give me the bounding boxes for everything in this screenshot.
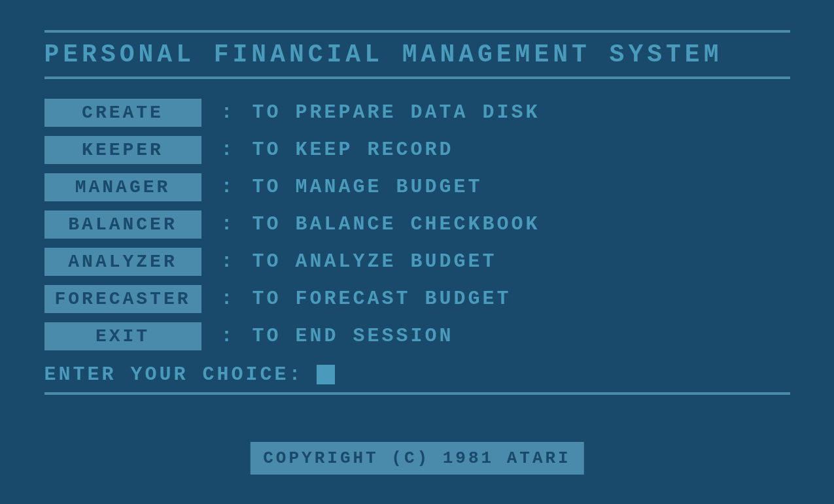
- page-title: PERSONAL FINANCIAL MANAGEMENT SYSTEM: [44, 41, 723, 69]
- colon-analyzer: :: [221, 250, 233, 273]
- manager-button[interactable]: MANAGER: [44, 173, 201, 201]
- menu-row-create: CREATE : TO PREPARE DATA DISK: [44, 99, 790, 127]
- input-row: ENTER YOUR CHOICE:: [44, 363, 790, 386]
- exit-button[interactable]: EXIT: [44, 322, 201, 350]
- colon-create: :: [221, 101, 233, 124]
- forecaster-button[interactable]: FORECASTER: [44, 285, 201, 313]
- menu-row-balancer: BALANCER : TO BALANCE CHECKBOOK: [44, 210, 790, 239]
- menu-row-keeper: KEEPER : TO KEEP RECORD: [44, 136, 790, 164]
- colon-forecaster: :: [221, 288, 233, 310]
- bottom-divider: [44, 392, 790, 395]
- forecaster-description: TO FORECAST BUDGET: [252, 288, 512, 310]
- analyzer-button[interactable]: ANALYZER: [44, 248, 201, 276]
- copyright-bar: COPYRIGHT (C) 1981 ATARI: [250, 442, 583, 475]
- manager-description: TO MANAGE BUDGET: [252, 176, 483, 198]
- keeper-description: TO KEEP RECORD: [252, 139, 454, 161]
- menu-row-exit: EXIT : TO END SESSION: [44, 322, 790, 350]
- colon-manager: :: [221, 176, 233, 198]
- balancer-button[interactable]: BALANCER: [44, 210, 201, 239]
- menu-section: CREATE : TO PREPARE DATA DISK KEEPER : T…: [44, 99, 790, 350]
- create-button[interactable]: CREATE: [44, 99, 201, 127]
- menu-row-analyzer: ANALYZER : TO ANALYZE BUDGET: [44, 248, 790, 276]
- create-description: TO PREPARE DATA DISK: [252, 101, 540, 124]
- title-bar: PERSONAL FINANCIAL MANAGEMENT SYSTEM: [44, 30, 790, 79]
- exit-description: TO END SESSION: [252, 325, 454, 347]
- colon-balancer: :: [221, 213, 233, 235]
- balancer-description: TO BALANCE CHECKBOOK: [252, 213, 540, 235]
- colon-keeper: :: [221, 139, 233, 161]
- analyzer-description: TO ANALYZE BUDGET: [252, 250, 497, 273]
- main-screen: PERSONAL FINANCIAL MANAGEMENT SYSTEM CRE…: [18, 17, 816, 488]
- keeper-button[interactable]: KEEPER: [44, 136, 201, 164]
- cursor-indicator: [317, 365, 335, 384]
- colon-exit: :: [221, 325, 233, 347]
- menu-row-manager: MANAGER : TO MANAGE BUDGET: [44, 173, 790, 201]
- input-prompt-label: ENTER YOUR CHOICE:: [44, 363, 304, 386]
- menu-row-forecaster: FORECASTER : TO FORECAST BUDGET: [44, 285, 790, 313]
- copyright-text: COPYRIGHT (C) 1981 ATARI: [263, 448, 570, 468]
